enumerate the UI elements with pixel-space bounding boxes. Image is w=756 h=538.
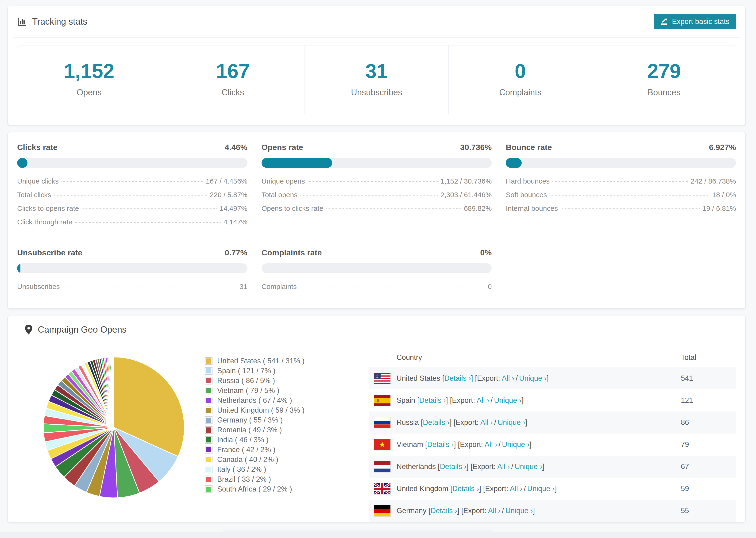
legend-item[interactable]: United Kingdom ( 59 / 3% ) bbox=[205, 405, 369, 415]
details-link[interactable]: Details › bbox=[453, 484, 479, 493]
legend-item[interactable]: Italy ( 36 / 2% ) bbox=[205, 464, 369, 474]
detail-row: Unique opens1,152 / 30.736% bbox=[261, 177, 492, 191]
legend-label: France ( 42 / 2% ) bbox=[217, 446, 275, 454]
legend-label: Brazil ( 33 / 2% ) bbox=[217, 475, 271, 484]
legend-swatch-icon bbox=[205, 466, 212, 473]
export-unique-link[interactable]: Unique › bbox=[505, 507, 533, 515]
rates-grid: Clicks rate 4.46% Unique clicks167 / 4.4… bbox=[17, 143, 736, 296]
legend-swatch-icon bbox=[205, 406, 212, 414]
flag-nl-icon bbox=[374, 461, 391, 472]
opens-rate-progress-fill bbox=[261, 158, 332, 168]
legend-item[interactable]: Netherlands ( 67 / 4% ) bbox=[205, 396, 369, 405]
detail-row: Hard bounces242 / 86.738% bbox=[506, 177, 736, 191]
legend-label: United States ( 541 / 31% ) bbox=[217, 357, 304, 365]
legend-label: Romania ( 49 / 3% ) bbox=[217, 426, 282, 434]
details-link[interactable]: Details › bbox=[431, 507, 458, 515]
cards-stack: Tracking stats Export basic stats bbox=[8, 6, 746, 522]
legend-item[interactable]: United States ( 541 / 31% ) bbox=[205, 356, 369, 366]
legend-item[interactable]: India ( 46 / 3% ) bbox=[205, 435, 369, 445]
flag-ru-icon bbox=[374, 417, 391, 428]
country-name: United States bbox=[397, 374, 442, 382]
unsubscribe-rate-value: 0.77% bbox=[225, 248, 247, 257]
detail-row: Opens to clicks rate689.82% bbox=[261, 204, 492, 218]
geo-card-header: Campaign Geo Opens bbox=[17, 316, 736, 343]
export-all-link[interactable]: All › bbox=[477, 396, 489, 404]
legend-item[interactable]: Romania ( 49 / 3% ) bbox=[205, 425, 369, 435]
details-link[interactable]: Details › bbox=[423, 418, 450, 426]
flag-us-icon bbox=[374, 373, 391, 384]
geo-table-row: Russia [Details ›] [Export: All ›/Unique… bbox=[369, 411, 736, 434]
legend-swatch-icon bbox=[205, 387, 212, 394]
clicks-rate-value: 4.46% bbox=[225, 143, 247, 152]
export-all-link[interactable]: All › bbox=[502, 374, 514, 382]
complaints-rate-block: Complaints rate 0% Complaints0 bbox=[261, 248, 492, 296]
export-basic-stats-button[interactable]: Export basic stats bbox=[654, 14, 736, 29]
dotted-leader bbox=[63, 287, 237, 287]
legend-label: Netherlands ( 67 / 4% ) bbox=[217, 396, 292, 405]
bounce-rate-title: Bounce rate bbox=[506, 143, 552, 152]
complaints-rate-title: Complaints rate bbox=[261, 248, 322, 257]
flag-vn-icon bbox=[374, 439, 391, 450]
details-link[interactable]: Details › bbox=[419, 396, 446, 404]
export-unique-link[interactable]: Unique › bbox=[514, 462, 542, 471]
legend-item[interactable]: Russia ( 86 / 5% ) bbox=[205, 376, 369, 386]
pie-slice[interactable] bbox=[114, 357, 114, 427]
bounce-rate-progress-fill bbox=[506, 158, 522, 168]
geo-table-row: Spain [Details ›] [Export: All ›/Unique … bbox=[369, 389, 736, 411]
legend-label: Vietnam ( 79 / 5% ) bbox=[217, 386, 279, 395]
legend-item[interactable]: Canada ( 40 / 2% ) bbox=[205, 455, 369, 464]
legend-label: Germany ( 55 / 3% ) bbox=[217, 416, 283, 424]
legend-label: United Kingdom ( 59 / 3% ) bbox=[217, 406, 304, 414]
country-total: 59 bbox=[681, 484, 736, 493]
stat-unsubscribes: 31 Unsubscribes bbox=[305, 46, 449, 114]
detail-row: Clicks to opens rate14.497% bbox=[17, 204, 247, 218]
details-link[interactable]: Details › bbox=[440, 462, 466, 471]
complaints-label: Complaints bbox=[449, 87, 592, 97]
legend-item[interactable]: Vietnam ( 79 / 5% ) bbox=[205, 386, 369, 396]
geo-table-row: United Kingdom [Details ›] [Export: All … bbox=[369, 478, 736, 500]
stat-opens: 1,152 Opens bbox=[17, 46, 161, 114]
export-unique-link[interactable]: Unique › bbox=[519, 374, 547, 382]
tracking-card-header: Tracking stats Export basic stats bbox=[8, 6, 745, 37]
legend-item[interactable]: Spain ( 121 / 7% ) bbox=[205, 366, 369, 376]
opens-rate-title: Opens rate bbox=[261, 143, 303, 152]
unsubscribes-label: Unsubscribes bbox=[305, 87, 448, 97]
legend-swatch-icon bbox=[205, 426, 212, 434]
export-unique-link[interactable]: Unique › bbox=[498, 418, 525, 426]
unsubscribe-rate-progressbar bbox=[17, 263, 247, 273]
country-total: 55 bbox=[681, 507, 736, 515]
export-all-link[interactable]: All › bbox=[488, 507, 500, 515]
export-all-link[interactable]: All › bbox=[497, 462, 510, 471]
bar-chart-icon bbox=[17, 17, 27, 27]
legend-item[interactable]: Brazil ( 33 / 2% ) bbox=[205, 474, 369, 484]
geo-pie-chart[interactable] bbox=[39, 352, 189, 503]
bounce-rate-value: 6.927% bbox=[709, 143, 736, 152]
export-all-link[interactable]: All › bbox=[480, 418, 493, 426]
country-column-header: Country bbox=[369, 353, 681, 362]
clicks-label: Clicks bbox=[161, 87, 304, 97]
dotted-leader bbox=[553, 181, 688, 182]
complaints-rate-value: 0% bbox=[480, 248, 492, 257]
total-column-header: Total bbox=[681, 353, 736, 362]
geo-table-row: Netherlands [Details ›] [Export: All ›/U… bbox=[369, 456, 736, 478]
tracking-title-group: Tracking stats bbox=[17, 17, 87, 27]
detail-row: Complaints0 bbox=[261, 283, 492, 296]
legend-label: South Africa ( 29 / 2% ) bbox=[217, 485, 292, 493]
export-unique-link[interactable]: Unique › bbox=[527, 484, 555, 493]
legend-item[interactable]: Germany ( 55 / 3% ) bbox=[205, 415, 369, 425]
details-link[interactable]: Details › bbox=[427, 440, 454, 449]
page-title: Tracking stats bbox=[32, 17, 87, 27]
opens-label: Opens bbox=[17, 87, 161, 97]
geo-pie-container bbox=[17, 343, 205, 522]
export-unique-link[interactable]: Unique › bbox=[494, 396, 521, 404]
legend-item[interactable]: South Africa ( 29 / 2% ) bbox=[205, 484, 369, 494]
legend-label: Canada ( 40 / 2% ) bbox=[217, 456, 278, 464]
bounces-value: 279 bbox=[592, 61, 736, 81]
export-unique-link[interactable]: Unique › bbox=[502, 440, 529, 449]
export-all-link[interactable]: All › bbox=[510, 484, 522, 493]
export-all-link[interactable]: All › bbox=[485, 440, 497, 449]
legend-item[interactable]: France ( 42 / 2% ) bbox=[205, 445, 369, 455]
flag-es-icon bbox=[374, 395, 391, 406]
details-link[interactable]: Details › bbox=[444, 374, 471, 382]
country-name: United Kingdom bbox=[397, 484, 450, 493]
